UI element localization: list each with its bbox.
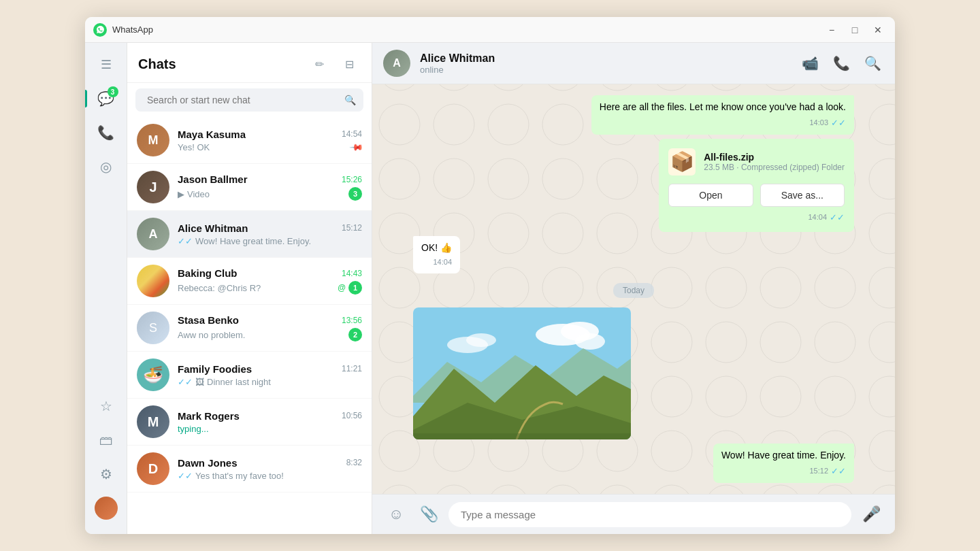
open-file-button[interactable]: Open [668, 184, 753, 207]
chat-time-stasa: 13:56 [342, 316, 362, 325]
chat-topbar-status: online [420, 65, 789, 75]
maximize-button[interactable]: □ [846, 21, 864, 39]
sidebar-icon-settings[interactable]: ⚙ [91, 459, 121, 489]
sidebar-icon-archive[interactable]: 🗃 [91, 425, 121, 455]
svg-point-5 [466, 333, 496, 347]
search-icon: 🔍 [864, 55, 881, 71]
chat-item-baking[interactable]: Baking Club 14:43 Rebecca: @Chris R? @ 1 [127, 258, 372, 305]
chat-info-jason: Jason Ballmer 15:26 ▶ Video 3 [178, 173, 362, 201]
titlebar-controls: − □ ✕ [823, 21, 887, 39]
chat-item-alice[interactable]: A Alice Whitman 15:12 ✓✓ Wow! Have great… [127, 211, 372, 258]
mic-button[interactable]: 🎤 [858, 501, 884, 527]
chat-topbar-avatar[interactable]: A [383, 50, 410, 77]
chat-item-family[interactable]: 🍜 Family Foodies 11:21 ✓✓ 🖼 Dinner last … [127, 352, 372, 399]
chat-time-maya: 14:54 [342, 129, 362, 139]
photo-image [413, 307, 631, 439]
message-2-file: 📦 All-files.zip 23.5 MB · Compressed (zi… [659, 139, 854, 232]
chat-item-maya[interactable]: M Maya Kasuma 14:54 Yes! OK 📌 [127, 117, 372, 164]
avatar-alice: A [137, 218, 169, 250]
file-name: All-files.zip [704, 152, 845, 163]
chat-topbar-info: Alice Whitman online [420, 52, 789, 75]
chat-topbar: A Alice Whitman online 📹 📞 🔍 [372, 43, 895, 84]
minimize-button[interactable]: − [823, 21, 840, 39]
chat-preview-jason: ▶ Video [178, 189, 210, 199]
chat-name-stasa: Stasa Benko [178, 314, 239, 326]
chat-name-baking: Baking Club [178, 267, 238, 279]
sidebar-icon-starred[interactable]: ☆ [91, 391, 121, 421]
sidebar-icon-calls[interactable]: 📞 [91, 118, 121, 148]
chat-preview-stasa: Aww no problem. [178, 330, 245, 340]
chat-panel-title: Chats [138, 56, 176, 72]
chat-item-dawn[interactable]: D Dawn Jones 8:32 ✓✓ Yes that's my fave … [127, 446, 372, 492]
chat-time-jason: 15:26 [342, 175, 362, 184]
message-5: Wow! Have great time. Enjoy. 15:12 ✓✓ [713, 444, 854, 483]
chat-header-icons: ✏ ⊟ [308, 52, 361, 76]
file-info: All-files.zip 23.5 MB · Compressed (zipp… [704, 152, 845, 172]
search-icon: 🔍 [344, 95, 356, 105]
chat-name-maya: Maya Kasuma [178, 129, 246, 140]
filter-button[interactable]: ⊟ [338, 52, 361, 76]
chat-topbar-name: Alice Whitman [420, 52, 789, 65]
chat-preview-family: ✓✓ 🖼 Dinner last night [178, 377, 271, 387]
voice-call-button[interactable]: 📞 [830, 52, 853, 75]
chat-info-baking: Baking Club 14:43 Rebecca: @Chris R? @ 1 [178, 267, 362, 295]
chat-time-alice: 15:12 [342, 223, 362, 233]
new-chat-button[interactable]: ✏ [308, 52, 331, 76]
message-input[interactable] [448, 502, 851, 527]
sidebar-icon-chats[interactable]: 💬 3 [91, 84, 121, 114]
chat-info-mark: Mark Rogers 10:56 typing... [178, 410, 362, 434]
chat-item-stasa[interactable]: S Stasa Benko 13:56 Aww no problem. 2 [127, 305, 372, 352]
file-meta: 23.5 MB · Compressed (zipped) Folder [704, 163, 845, 172]
search-chat-button[interactable]: 🔍 [861, 52, 884, 75]
chat-time-mark: 10:56 [342, 411, 362, 420]
video-icon: 📹 [802, 55, 819, 71]
close-button[interactable]: ✕ [869, 21, 887, 39]
chat-time-dawn: 8:32 [346, 458, 362, 467]
attach-icon: 📎 [420, 505, 438, 523]
attach-button[interactable]: 📎 [416, 501, 442, 527]
emoji-button[interactable]: ☺ [383, 501, 409, 527]
chat-time-baking: 14:43 [342, 269, 362, 278]
svg-point-3 [575, 333, 605, 350]
chat-preview-mark: typing... [178, 424, 209, 434]
date-divider-today: Today [613, 283, 654, 298]
message-3-text: OK! 👍 [421, 242, 452, 253]
chat-info-family: Family Foodies 11:21 ✓✓ 🖼 Dinner last ni… [178, 363, 362, 387]
message-5-text: Wow! Have great time. Enjoy. [721, 450, 846, 461]
chat-topbar-actions: 📹 📞 🔍 [798, 52, 884, 75]
message-1-ticks: ✓✓ [831, 117, 846, 129]
message-3-time: 14:04 [433, 257, 452, 267]
pin-icon-maya: 📌 [349, 139, 364, 154]
avatar-baking [137, 265, 169, 297]
unread-badge-baking: 1 [348, 281, 362, 295]
sidebar-icon-status[interactable]: ◎ [91, 152, 121, 182]
chat-time-family: 11:21 [342, 364, 362, 373]
sidebar-icon-menu[interactable]: ☰ [91, 50, 121, 80]
video-call-button[interactable]: 📹 [798, 52, 821, 75]
mention-icon-baking: @ [338, 283, 346, 293]
icon-sidebar: ☰ 💬 3 📞 ◎ ☆ 🗃 [85, 43, 127, 534]
chat-panel: Chats ✏ ⊟ 🔍 [127, 43, 372, 534]
message-2-time: 14:04 [808, 213, 827, 221]
phone-icon: 📞 [833, 55, 850, 71]
input-bar: ☺ 📎 🎤 [372, 494, 895, 534]
chat-item-jason[interactable]: J Jason Ballmer 15:26 ▶ Video 3 [127, 164, 372, 211]
message-2-ticks: ✓✓ [830, 212, 845, 222]
chat-preview-alice: ✓✓ Wow! Have great time. Enjoy. [178, 236, 311, 246]
chat-name-family: Family Foodies [178, 363, 252, 375]
sidebar-bottom: ☆ 🗃 ⚙ [91, 391, 121, 527]
avatar-maya: M [137, 124, 169, 156]
message-1-text: Here are all the files. Let me know once… [600, 101, 846, 112]
chat-info-stasa: Stasa Benko 13:56 Aww no problem. 2 [178, 314, 362, 341]
save-file-button[interactable]: Save as... [760, 184, 845, 207]
chat-item-mark[interactable]: M Mark Rogers 10:56 typing... [127, 399, 372, 446]
search-input[interactable] [143, 89, 344, 111]
messages-area: Here are all the files. Let me know once… [372, 84, 895, 494]
app-logo [93, 23, 107, 37]
message-5-ticks: ✓✓ [831, 465, 846, 478]
titlebar-title: WhatsApp [112, 24, 823, 35]
chat-main: A Alice Whitman online 📹 📞 🔍 [372, 43, 895, 534]
app-body: ☰ 💬 3 📞 ◎ ☆ 🗃 [85, 43, 895, 534]
message-1-time: 14:03 [809, 118, 828, 128]
user-avatar-sidebar[interactable] [91, 493, 121, 523]
